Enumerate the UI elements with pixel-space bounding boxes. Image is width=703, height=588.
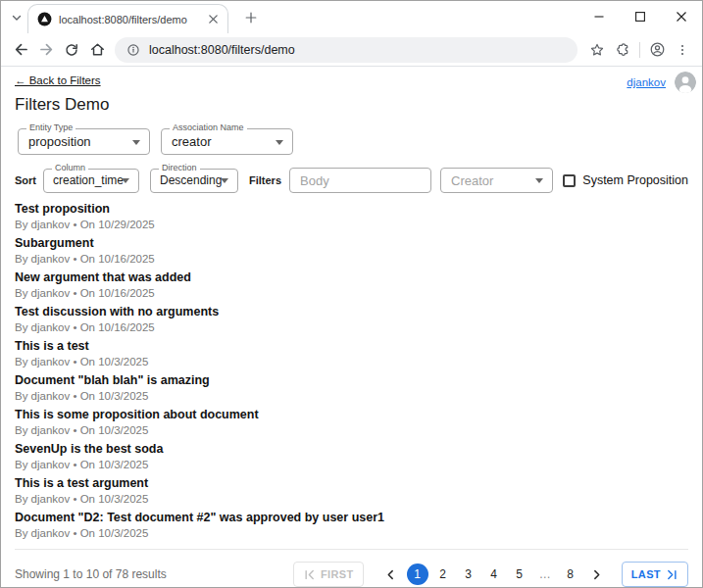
system-proposition-checkbox[interactable] [563,174,576,187]
window-controls [578,1,702,32]
tab-close-icon[interactable] [205,12,221,27]
previous-page-button[interactable] [380,564,402,585]
user-area: djankov [627,72,696,93]
result-meta: By djankov • On 10/16/2025 [15,320,688,335]
entity-type-value: proposition [28,134,91,149]
forward-icon [38,41,55,58]
avatar-icon[interactable] [675,72,696,93]
select-arrow-icon [535,178,543,183]
sort-direction-select[interactable]: Direction Descending [150,169,238,193]
entity-type-select[interactable]: Entity Type proposition [18,128,150,155]
result-meta: By djankov • On 10/3/2025 [15,423,688,438]
creator-filter-select[interactable]: Creator [440,168,553,193]
result-title: Test discussion with no arguments [15,304,688,319]
result-meta: By djankov • On 10/16/2025 [15,286,688,301]
home-icon [89,41,106,58]
minimize-button[interactable] [578,1,620,32]
result-title: Document "blah blah" is amazing [15,372,688,388]
home-button[interactable] [84,37,110,63]
entity-type-label: Entity Type [26,123,75,132]
menu-kebab-icon [676,43,689,57]
prev-page-icon [384,568,397,581]
results-summary: Showing 1 to 10 of 78 results [15,567,167,581]
site-favicon-icon [37,12,52,26]
next-page-button[interactable] [586,564,608,585]
url-text: localhost:8080/filters/demo [149,43,295,57]
list-item: Subargument By djankov • On 10/16/2025 [15,235,688,268]
page-button[interactable]: 3 [458,564,479,585]
bookmark-star-icon [589,42,605,58]
sort-column-select[interactable]: Column creation_time [43,169,139,193]
tab-search-button[interactable] [8,9,25,26]
last-page-label: LAST [631,568,661,580]
close-button[interactable] [661,1,702,32]
result-title: Subargument [15,235,688,251]
list-item: Test discussion with no arguments By dja… [15,304,688,336]
filters-label: Filters [249,174,281,186]
menu-button[interactable] [670,37,695,63]
body-filter-input[interactable] [289,168,431,193]
results-list: Test proposition By djankov • On 10/29/2… [15,201,688,542]
page-button: … [534,564,556,585]
maximize-button[interactable] [620,1,661,32]
site-info-icon[interactable] [126,43,140,57]
sort-filter-row: Sort Column creation_time Direction Desc… [15,168,688,193]
result-title: This is a test argument [15,475,688,491]
last-page-button[interactable]: LAST [622,562,688,587]
result-meta: By djankov • On 10/3/2025 [15,458,688,472]
result-meta: By djankov • On 10/16/2025 [15,252,688,267]
profile-icon [649,41,666,58]
association-name-value: creator [172,134,211,149]
username-link[interactable]: djankov [627,76,666,88]
system-proposition-label: System Proposition [582,173,688,187]
first-page-label: FIRST [321,568,354,580]
sort-column-label: Column [52,164,88,172]
list-item: Document "D2: Test document #2" was appr… [15,510,688,542]
creator-filter-placeholder: Creator [451,173,493,188]
page-button[interactable]: 1 [407,564,428,585]
back-button[interactable] [8,37,33,63]
first-page-button[interactable]: FIRST [293,562,364,587]
tab-title: localhost:8080/filters/demo [59,14,198,25]
window-close-icon [676,11,687,23]
result-title: Document "D2: Test document #2" was appr… [15,510,688,525]
select-arrow-icon [132,140,140,145]
reload-button[interactable] [59,37,84,63]
result-meta: By djankov • On 10/3/2025 [15,355,688,369]
result-meta: By djankov • On 10/3/2025 [15,492,688,507]
sort-direction-label: Direction [159,164,200,172]
tab-strip: localhost:8080/filters/demo [1,1,702,33]
address-bar[interactable]: localhost:8080/filters/demo [115,37,577,63]
forward-button[interactable] [33,37,59,63]
page-title: Filters Demo [15,95,688,115]
list-item: SevenUp is the best soda By djankov • On… [15,441,688,473]
pagination-bar: Showing 1 to 10 of 78 results FIRST 1 2 [15,549,688,587]
sort-label: Sort [15,174,36,186]
profile-button[interactable] [644,37,670,63]
sort-direction-value: Descending [160,173,222,187]
result-title: Test proposition [15,201,688,217]
bookmark-button[interactable] [584,37,610,63]
list-item: This is a test argument By djankov • On … [15,475,688,508]
next-page-icon [590,568,603,581]
page-button[interactable]: 8 [560,564,581,585]
page-button[interactable]: 2 [432,564,454,585]
association-name-select[interactable]: Association Name creator [161,128,293,155]
back-to-filters-link[interactable]: ← Back to Filters [15,74,101,86]
new-tab-button[interactable] [241,8,261,27]
browser-tab[interactable]: localhost:8080/filters/demo [27,4,228,33]
toolbar-separator [639,42,640,58]
minimize-icon [593,11,605,23]
result-title: New argument that was added [15,270,688,285]
extensions-icon [615,42,630,58]
page-button[interactable]: 4 [483,564,505,585]
result-meta: By djankov • On 10/3/2025 [15,526,688,541]
select-arrow-icon [276,140,283,145]
page-button[interactable]: 5 [509,564,530,585]
sort-column-value: creation_time [53,173,124,187]
browser-toolbar: localhost:8080/filters/demo [1,33,702,67]
new-tab-icon [244,11,258,24]
pagination-controls: FIRST 1 2 3 4 5 [293,562,688,587]
extensions-button[interactable] [610,37,635,63]
list-item: Test proposition By djankov • On 10/29/2… [15,201,688,233]
